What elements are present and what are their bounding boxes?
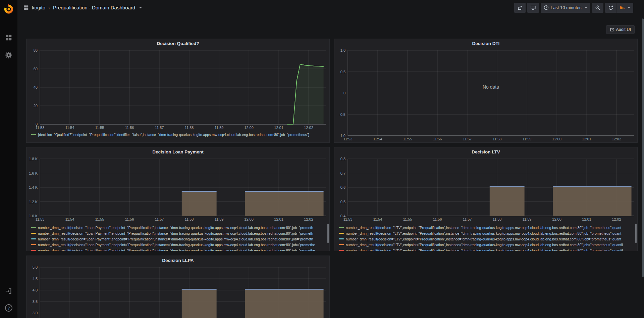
audit-ui-button[interactable]: Audit UI xyxy=(606,25,635,34)
tv-mode-button[interactable] xyxy=(527,3,539,13)
refresh-button[interactable] xyxy=(605,3,616,13)
chart-legend: number_dmn_result{decision="Loan Payment… xyxy=(26,223,329,251)
chart-area[interactable]: 2.53.03.54.04.55.011:5311:5411:5511:5611… xyxy=(26,265,329,318)
zoom-out-button[interactable] xyxy=(592,3,603,13)
svg-text:11:55: 11:55 xyxy=(95,217,104,221)
navbar-actions: Last 10 minutes 5s xyxy=(514,3,644,13)
legend-item[interactable]: number_dmn_result{decision="LTV",endpoin… xyxy=(339,247,634,251)
breadcrumb-folder[interactable]: kogito xyxy=(32,5,45,10)
legend-item[interactable]: number_dmn_result{decision="Loan Payment… xyxy=(31,247,326,251)
help-icon: ? xyxy=(5,304,13,312)
legend-series-color xyxy=(31,134,36,135)
svg-text:0.5: 0.5 xyxy=(340,200,345,204)
dashboards-grid-icon xyxy=(5,34,12,41)
dashboard-title[interactable]: Prequalification - Domain Dashboard xyxy=(53,5,135,10)
svg-text:11:55: 11:55 xyxy=(403,217,412,221)
panel-title[interactable]: Decision DTI xyxy=(334,39,637,48)
svg-text:11:54: 11:54 xyxy=(65,217,74,221)
svg-text:11:56: 11:56 xyxy=(125,126,134,130)
svg-text:0.5: 0.5 xyxy=(340,70,345,74)
svg-text:12:00: 12:00 xyxy=(244,217,254,221)
refresh-interval-dropdown[interactable]: 5s xyxy=(616,3,633,13)
legend-item[interactable]: number_dmn_result{decision="LTV",endpoin… xyxy=(339,242,634,247)
panel-title[interactable]: Decision LLPA xyxy=(26,256,329,265)
share-button[interactable] xyxy=(514,3,526,13)
time-range-picker[interactable]: Last 10 minutes xyxy=(541,3,590,13)
svg-text:1.0: 1.0 xyxy=(340,48,345,52)
svg-text:11:57: 11:57 xyxy=(155,217,164,221)
svg-text:12:00: 12:00 xyxy=(552,137,561,141)
chart-area[interactable]: -1.0-0.500.51.011:5311:5411:5511:5611:57… xyxy=(334,48,637,142)
legend-item[interactable]: {decision="Qualified?",endpoint="Prequal… xyxy=(31,132,326,137)
legend-series-label: number_dmn_result{decision="Loan Payment… xyxy=(38,248,315,251)
legend-scrollbar-thumb[interactable] xyxy=(635,224,637,243)
svg-text:12:01: 12:01 xyxy=(582,217,591,221)
panel-decision-loan-payment: Decision Loan Payment 1.0 K1.2 K1.4 K1.6… xyxy=(26,147,330,251)
chart-area[interactable]: 1.0 K1.2 K1.4 K1.6 K1.8 K11:5311:5411:55… xyxy=(26,156,329,223)
svg-text:11:58: 11:58 xyxy=(493,137,502,141)
breadcrumb: kogito › Prequalification - Domain Dashb… xyxy=(17,5,142,10)
panel-title[interactable]: Decision Loan Payment xyxy=(26,147,329,156)
page-scrollbar-thumb[interactable] xyxy=(642,18,644,277)
legend-scrollbar-thumb[interactable] xyxy=(327,224,329,243)
dashboard-title-caret-icon[interactable] xyxy=(139,7,142,8)
clock-icon xyxy=(544,5,549,10)
panel-title[interactable]: Decision Qualified? xyxy=(26,39,329,48)
legend-item[interactable]: number_dmn_result{decision="Loan Payment… xyxy=(31,242,326,247)
svg-text:1.4 K: 1.4 K xyxy=(29,185,38,189)
legend-series-label: number_dmn_result{decision="LTV",endpoin… xyxy=(346,231,621,235)
legend-item[interactable]: number_dmn_result{decision="Loan Payment… xyxy=(31,230,326,236)
chart-area[interactable]: 02040608011:5311:5411:5511:5611:5711:581… xyxy=(26,48,329,131)
svg-text:11:59: 11:59 xyxy=(523,137,532,141)
svg-text:0: 0 xyxy=(343,91,345,95)
legend-series-label: number_dmn_result{decision="Loan Payment… xyxy=(38,243,315,247)
svg-text:1.6 K: 1.6 K xyxy=(29,171,38,175)
legend-item[interactable]: number_dmn_result{decision="LTV",endpoin… xyxy=(339,225,634,230)
chart-legend: number_dmn_result{decision="LTV",endpoin… xyxy=(334,223,637,251)
legend-item[interactable]: number_dmn_result{decision="LTV",endpoin… xyxy=(339,230,634,236)
legend-series-color xyxy=(339,227,344,228)
svg-text:11:55: 11:55 xyxy=(95,126,104,130)
svg-text:0.6: 0.6 xyxy=(340,185,345,189)
svg-text:12:02: 12:02 xyxy=(612,217,621,221)
svg-text:80: 80 xyxy=(34,48,38,52)
svg-text:1.2 K: 1.2 K xyxy=(29,200,38,204)
svg-text:11:54: 11:54 xyxy=(65,126,74,130)
sidebar-item-help[interactable]: ? xyxy=(3,303,14,313)
sidebar-item-configuration[interactable] xyxy=(3,50,14,60)
svg-text:11:58: 11:58 xyxy=(185,126,194,130)
time-range-caret-icon xyxy=(585,7,587,8)
svg-text:5.0: 5.0 xyxy=(33,265,38,269)
svg-text:No data: No data xyxy=(483,84,499,90)
svg-text:12:00: 12:00 xyxy=(552,217,561,221)
legend-item[interactable]: number_dmn_result{decision="LTV",endpoin… xyxy=(339,236,634,242)
sidebar-item-sign-in[interactable] xyxy=(3,286,14,297)
audit-ui-label: Audit UI xyxy=(616,27,631,32)
gear-icon xyxy=(5,51,13,59)
chart-area[interactable]: 0.40.50.60.70.811:5311:5411:5511:5611:57… xyxy=(334,156,637,223)
legend-series-color xyxy=(31,244,36,245)
grafana-logo-icon xyxy=(3,3,14,14)
svg-text:12:02: 12:02 xyxy=(304,217,313,221)
svg-text:12:01: 12:01 xyxy=(274,217,283,221)
refresh-interval-label: 5s xyxy=(620,5,625,10)
legend-series-label: number_dmn_result{decision="LTV",endpoin… xyxy=(346,243,623,247)
svg-text:11:56: 11:56 xyxy=(125,217,134,221)
sidebar-item-dashboards[interactable] xyxy=(3,32,14,43)
panel-decision-qualified: Decision Qualified? 02040608011:5311:541… xyxy=(26,39,330,143)
svg-text:11:59: 11:59 xyxy=(215,126,224,130)
legend-item[interactable]: number_dmn_result{decision="Loan Payment… xyxy=(31,236,326,242)
svg-text:11:57: 11:57 xyxy=(463,137,472,141)
svg-text:4.5: 4.5 xyxy=(33,277,38,281)
panel-title[interactable]: Decision LTV xyxy=(334,147,637,156)
grafana-logo[interactable] xyxy=(0,0,17,17)
legend-item[interactable]: number_dmn_result{decision="Loan Payment… xyxy=(31,225,326,230)
svg-text:11:53: 11:53 xyxy=(36,126,45,130)
refresh-icon xyxy=(608,5,613,10)
svg-text:0.7: 0.7 xyxy=(340,171,345,175)
svg-text:60: 60 xyxy=(34,67,38,71)
svg-text:11:58: 11:58 xyxy=(493,217,502,221)
share-icon xyxy=(517,5,523,10)
panel-decision-ltv: Decision LTV 0.40.50.60.70.811:5311:5411… xyxy=(334,147,638,251)
svg-text:?: ? xyxy=(7,306,10,311)
